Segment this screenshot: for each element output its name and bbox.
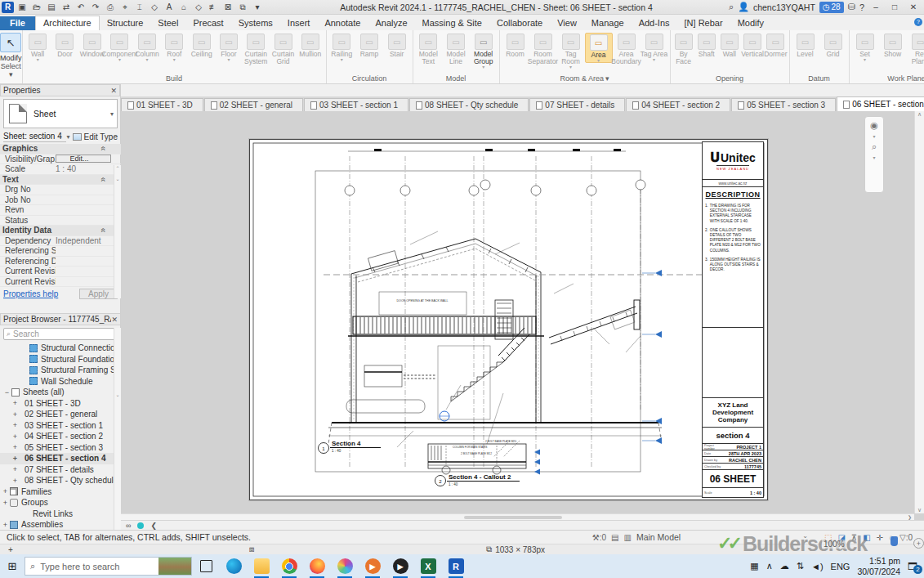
property-row[interactable]: Status (0, 216, 121, 226)
help-icon[interactable]: ? (859, 2, 864, 12)
design-options-icon[interactable]: ▥ (623, 533, 631, 542)
tree-item[interactable]: + 07 SHEET - details (0, 464, 121, 476)
taskbar-app[interactable]: X (414, 554, 442, 578)
tree-item[interactable]: + 06 SHEET - section 4 (0, 453, 121, 464)
horizontal-scrollbar[interactable]: ❯ (121, 513, 914, 520)
ribbon-button[interactable]: ▭ By Face (672, 33, 695, 65)
property-row[interactable]: Revn (0, 205, 121, 216)
volume-icon[interactable]: ◄) (811, 562, 824, 571)
type-selector[interactable]: Sheet ▾ (3, 99, 118, 128)
property-row[interactable]: Referencing S... (0, 246, 121, 257)
notification-icon[interactable]: 🗖2 (908, 561, 917, 572)
ribbon-tab[interactable]: Precast (185, 16, 230, 30)
zoom-region-icon[interactable]: ⌕ (872, 141, 877, 152)
design-option-select[interactable]: Main Model⌄ (636, 532, 808, 542)
document-tab[interactable]: 03 SHEET - section 1 (304, 98, 408, 111)
tree-item[interactable]: + 01 SHEET - 3D (0, 398, 121, 410)
document-tab[interactable]: 05 SHEET - section 3 (731, 98, 836, 111)
ribbon-button[interactable]: ▭ Area Boundary (613, 33, 641, 65)
document-tab[interactable]: 04 SHEET - section 2 (626, 98, 730, 111)
property-row[interactable]: Text (0, 175, 121, 186)
title-block[interactable]: 𝐔Unitec NEW ZEALAND www.unitec.ac.nz DES… (702, 141, 764, 498)
tree-item[interactable]: Structural Foundation Sche (0, 354, 121, 365)
onedrive-cloud-icon[interactable]: ☁ (780, 561, 789, 571)
ribbon-button[interactable]: ▭ Curtain System (243, 33, 270, 65)
show-hidden-icons[interactable]: ∧ (766, 561, 773, 571)
taskbar-search-input[interactable]: ⌕ Type here to search (25, 557, 192, 576)
document-tab[interactable]: 07 SHEET - details (529, 98, 625, 111)
taskbar-app[interactable]: R (442, 554, 470, 578)
ribbon-tab[interactable]: Massing & Site (415, 16, 489, 30)
tree-item[interactable]: + Groups (0, 497, 121, 509)
navigation-bar[interactable]: ◉ ▾ ⌕ ▾ (864, 116, 884, 193)
close-icon[interactable]: ✕ (110, 87, 117, 95)
taskbar-app[interactable] (331, 554, 359, 578)
user-icon[interactable]: 👤 (738, 2, 749, 12)
property-row[interactable]: Referencing D... (0, 257, 121, 267)
ribbon-tab[interactable]: Annotate (317, 16, 368, 30)
ribbon-button[interactable]: ▭ Door (51, 33, 78, 58)
ribbon-button[interactable]: ▭ Mullion (297, 33, 324, 58)
document-tab[interactable]: 01 SHEET - 3D (121, 98, 203, 111)
active-workset-icon[interactable]: ⚒:0 (592, 533, 606, 542)
ribbon-tab[interactable]: Structure (100, 16, 151, 30)
drag-on-selection-icon[interactable]: ✛ (877, 533, 883, 542)
sheet-view[interactable]: DOOR OPENING AT THE BACK WALL (249, 139, 768, 500)
ribbon-button[interactable]: ▭ Wall (718, 33, 741, 58)
ribbon-tab[interactable]: Insert (280, 16, 318, 30)
browser-scrollbar[interactable]: ⌄ (114, 328, 121, 530)
property-row[interactable]: Visibility/Grap... Edit... (0, 155, 121, 165)
ribbon-button[interactable]: ▭ Ceiling (188, 33, 215, 58)
callout-detail[interactable]: COLUMN FOR MAIN STAIRS 2 BOLT BASE PLATE… (428, 440, 540, 475)
maximize-button[interactable]: □ (887, 2, 902, 11)
chevron-down-icon[interactable]: ▾ (873, 155, 875, 160)
ribbon-button[interactable]: ▭ Dormer (764, 33, 787, 58)
ribbon-tab[interactable]: Modify (730, 16, 771, 30)
ribbon-button[interactable]: ▭ Curtain Grid (270, 33, 297, 65)
ribbon-tab[interactable]: File (0, 16, 35, 30)
select-links-icon[interactable]: ⬚ (824, 533, 832, 542)
reveal-hidden-elements-icon[interactable]: ∞ (126, 522, 131, 530)
properties-help-link[interactable]: Properties help (3, 289, 58, 298)
taskbar-app[interactable] (192, 554, 220, 578)
project-browser-header[interactable]: Project Browser - 1177745_RACHEL... ✕ (0, 313, 121, 325)
select-pinned-icon[interactable]: ⊼ (851, 533, 857, 542)
properties-header[interactable]: Properties ✕ (0, 84, 120, 96)
ribbon-tab[interactable]: Systems (231, 16, 280, 30)
minimize-button[interactable]: – (868, 2, 883, 11)
widgets-icon[interactable]: ▦ (750, 561, 758, 571)
document-tab[interactable]: 02 SHEET - general (204, 98, 303, 111)
ribbon-tab[interactable]: View (550, 16, 584, 30)
ribbon-button[interactable]: ▭ Model Text (415, 33, 443, 65)
tree-item[interactable]: + Assemblies (0, 519, 121, 531)
tree-item[interactable]: + 03 SHEET - section 1 (0, 420, 121, 432)
tree-item[interactable]: − Sheets (all) (0, 387, 121, 398)
tree-item[interactable]: + 05 SHEET - section 3 (0, 442, 121, 454)
tree-item[interactable]: + 02 SHEET - general (0, 409, 121, 420)
collapse-icon[interactable]: ❮ (150, 522, 157, 530)
property-row[interactable]: Scale 1 : 40 (0, 164, 121, 175)
modify-button[interactable]: ↖ Modify (0, 33, 22, 62)
ribbon-button[interactable]: ▭ Railing ▾ (328, 33, 356, 61)
ribbon-tab[interactable]: [N] Rebar (677, 16, 730, 30)
taskbar-app[interactable] (303, 554, 331, 578)
property-row[interactable]: Drg No (0, 185, 121, 195)
ribbon-button[interactable]: ▭ Column ▾ (133, 33, 160, 61)
ribbon-button[interactable]: ▭ Stair (383, 33, 411, 58)
tree-item[interactable]: Wall Schedule (0, 376, 121, 388)
tree-item[interactable]: Structural Connection Sche (0, 343, 121, 354)
tree-item[interactable]: + 08 SHEET - Qty schedule (0, 475, 121, 486)
property-row[interactable]: Current Revisi... (0, 277, 121, 288)
browser-search-input[interactable]: ⌕ Search (3, 328, 118, 340)
ribbon-tab[interactable]: Architecture (35, 16, 100, 30)
trial-days-badge[interactable]: ◷28 (819, 2, 844, 13)
clock[interactable]: 1:51 pm30/07/2024 (857, 556, 900, 576)
ribbon-button[interactable]: ▭ Level (792, 33, 819, 58)
vertical-scrollbar[interactable]: ∧∨ (914, 111, 924, 513)
tree-item[interactable]: + Families (0, 486, 121, 498)
ribbon-button[interactable]: ▭ Ramp (355, 33, 383, 58)
ribbon-button[interactable]: ▭ Tag Area ▾ (641, 33, 668, 61)
taskbar-app[interactable]: ▶ (386, 554, 414, 578)
section-drawing[interactable]: DOOR OPENING AT THE BACK WALL (250, 140, 767, 500)
ribbon-button[interactable]: ▭ Room (502, 33, 529, 58)
